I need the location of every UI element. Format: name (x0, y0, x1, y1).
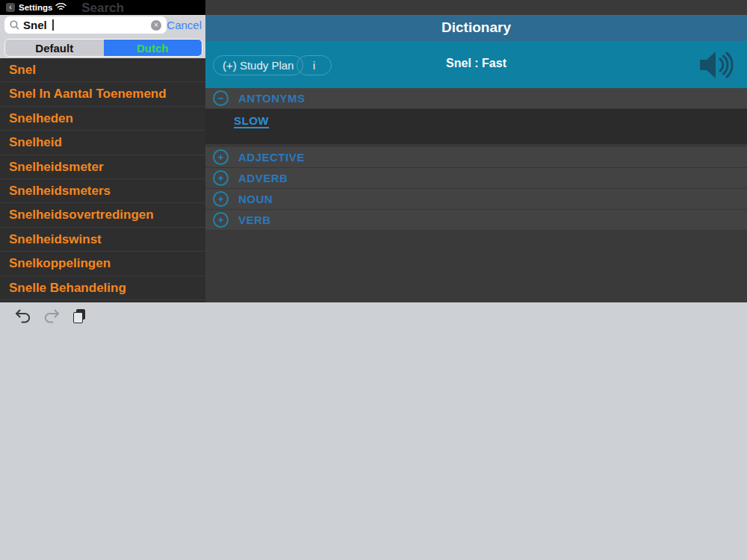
nav-bar-title: Dictionary (205, 15, 747, 41)
cancel-button[interactable]: Cancel (167, 19, 202, 31)
word-list-item[interactable]: Snel (0, 58, 205, 82)
segment-dutch[interactable]: Dutch (104, 40, 202, 56)
related-word-link[interactable]: SLOW (234, 114, 269, 127)
sidebar: × Cancel Default Dutch SnelSnel In Aanta… (0, 15, 205, 302)
text-caret (52, 19, 54, 31)
keyboard: ±§!1@2#3$4%5^6&7*8(9)0–-+=qwertyuiop{[}]… (0, 302, 747, 560)
section-adjective[interactable]: +ADJECTIVE (205, 147, 747, 168)
sections: −ANTONYMSSLOW+ADJECTIVE+ADVERB+NOUN+VERB (205, 88, 747, 231)
word-list-item[interactable]: Snelle Behandeling (0, 276, 205, 300)
word-list-item[interactable]: Snelheid (0, 131, 205, 155)
search-area: × Cancel Default Dutch (0, 15, 205, 58)
paste-icon[interactable] (73, 309, 87, 324)
speaker-icon[interactable] (698, 49, 738, 81)
expand-icon: + (213, 191, 229, 207)
word-list: SnelSnel In Aantal ToenemendSnelhedenSne… (0, 58, 205, 302)
section-label: VERB (238, 214, 271, 226)
search-field[interactable]: × (4, 16, 167, 34)
expand-icon: + (213, 170, 229, 186)
redo-icon[interactable] (43, 309, 60, 323)
expand-icon: + (213, 149, 229, 165)
keyboard-toolbar (0, 302, 747, 331)
language-segmented-control: Default Dutch (4, 39, 202, 57)
word-list-item[interactable]: Snelheidsmeter (0, 155, 205, 179)
section-verb[interactable]: +VERB (205, 210, 747, 231)
word-list-item[interactable]: Snelheidswinst (0, 228, 205, 252)
section-adverb[interactable]: +ADVERB (205, 168, 747, 189)
word-list-item[interactable]: Snelheidsovertredingen (0, 203, 205, 227)
section-label: NOUN (238, 193, 273, 205)
segment-default[interactable]: Default (5, 40, 104, 56)
search-input[interactable] (23, 16, 143, 34)
word-list-item[interactable]: Snelheden (0, 107, 205, 131)
undo-icon[interactable] (15, 309, 31, 323)
expand-icon: + (213, 212, 229, 228)
word-list-item[interactable]: Snel In Aantal Toenemend (0, 82, 205, 106)
word-list-item[interactable]: Snelkoppelingen (0, 252, 205, 276)
study-plan-button[interactable]: (+) Study Plan (213, 55, 303, 75)
back-to-settings-label[interactable]: Settings (19, 3, 52, 12)
section-label: ADJECTIVE (238, 151, 305, 164)
info-button[interactable]: i (297, 55, 332, 75)
clear-search-icon[interactable]: × (151, 20, 161, 31)
search-icon (10, 20, 19, 30)
back-to-settings-icon[interactable]: ‹ (6, 3, 15, 12)
dictionary-app-screen: Search ‹ Settings 12:51 PM 100% Dictiona… (0, 0, 747, 560)
collapse-icon: − (213, 90, 229, 106)
word-list-item[interactable]: Snelheidsmeters (0, 179, 205, 203)
section-label: ADVERB (238, 172, 288, 184)
entry-header: (+) Study Plan i Snel : Fast (205, 41, 747, 88)
main-panel: Dictionary (+) Study Plan i Snel : Fast … (205, 0, 747, 302)
section-noun[interactable]: +NOUN (205, 189, 747, 210)
section-items: SLOW (205, 109, 747, 144)
section-antonyms[interactable]: −ANTONYMS (205, 88, 747, 109)
status-bar-left: Search ‹ Settings (0, 0, 205, 15)
section-label: ANTONYMS (238, 92, 306, 105)
wifi-icon (55, 3, 66, 11)
